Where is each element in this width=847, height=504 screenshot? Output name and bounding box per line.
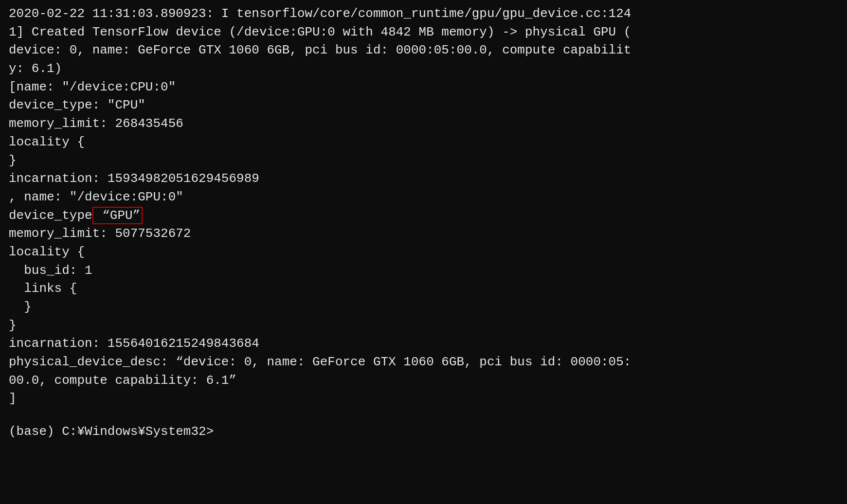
terminal-line-device-type: device_type “GPU” [9,207,838,225]
terminal-line: locality { [9,243,838,262]
terminal-line: 00.0, compute capability: 6.1” [9,372,838,390]
terminal-window: 2020-02-22 11:31:03.890923: I tensorflow… [0,0,847,504]
terminal-line: incarnation: 15934982051629456989 [9,170,838,188]
terminal-line: device_type: "CPU" [9,96,838,115]
terminal-line: memory_limit: 268435456 [9,115,838,133]
terminal-line: ] [9,390,838,408]
terminal-line: memory_limit: 5077532672 [9,225,838,243]
terminal-line: } [9,152,838,170]
terminal-line: bus_id: 1 [9,262,838,280]
gpu-highlight-box: “GPU” [92,207,143,224]
terminal-line: y: 6.1) [9,60,838,78]
terminal-line: [name: "/device:CPU:0" [9,78,838,97]
terminal-line: physical_device_desc: “device: 0, name: … [9,353,838,372]
terminal-line: incarnation: 15564016215249843684 [9,335,838,353]
terminal-line: 1] Created TensorFlow device (/device:GP… [9,23,838,42]
terminal-line: links { [9,280,838,298]
terminal-line: 2020-02-22 11:31:03.890923: I tensorflow… [9,5,838,23]
terminal-line: , name: "/device:GPU:0" [9,188,838,207]
terminal-line: } [9,298,838,317]
terminal-line: } [9,317,838,335]
terminal-line: device: 0, name: GeForce GTX 1060 6GB, p… [9,41,838,60]
device-type-label: device_type [9,208,92,223]
terminal-prompt[interactable]: (base) C:¥Windows¥System32> [9,423,838,441]
terminal-line: locality { [9,133,838,152]
